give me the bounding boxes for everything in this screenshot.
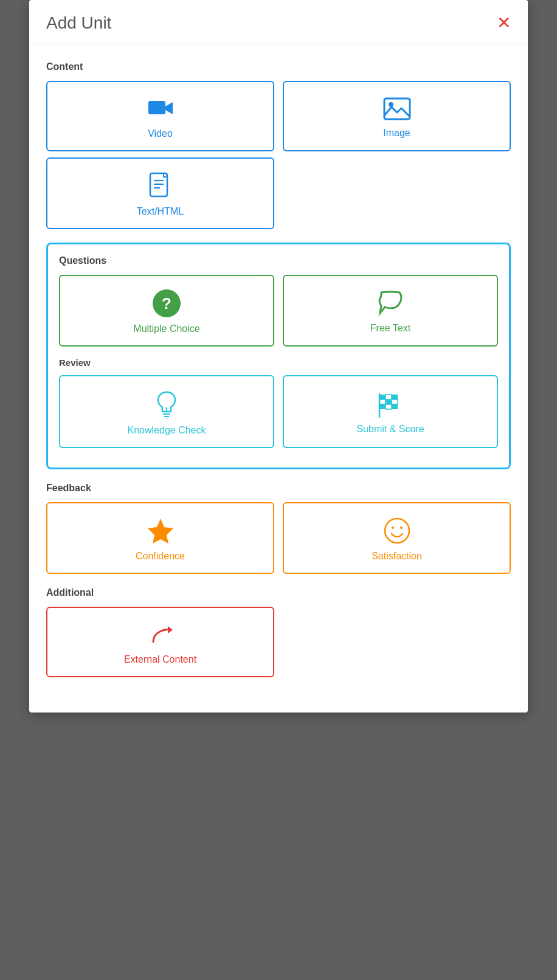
- feedback-cards-grid: Confidence Satisfaction: [46, 502, 511, 574]
- submit-score-label: Submit & Score: [356, 424, 424, 435]
- external-content-card[interactable]: External Content: [46, 607, 274, 677]
- add-unit-modal: Add Unit ✕ Content Video: [29, 0, 528, 713]
- knowledge-check-icon: [153, 390, 180, 419]
- close-button[interactable]: ✕: [497, 15, 511, 32]
- modal-header: Add Unit ✕: [29, 0, 528, 44]
- external-content-icon: [146, 621, 175, 648]
- multiple-choice-label: Multiple Choice: [133, 323, 199, 334]
- multiple-choice-card[interactable]: ? Multiple Choice: [59, 275, 274, 347]
- confidence-label: Confidence: [136, 551, 185, 562]
- satisfaction-icon: [383, 517, 411, 545]
- external-content-label: External Content: [124, 654, 196, 665]
- satisfaction-label: Satisfaction: [372, 551, 422, 562]
- knowledge-check-card[interactable]: Knowledge Check: [59, 375, 274, 448]
- modal-body: Content Video: [29, 44, 528, 713]
- svg-rect-16: [392, 395, 398, 399]
- svg-point-25: [392, 526, 394, 529]
- modal-title: Add Unit: [46, 13, 111, 33]
- svg-rect-20: [379, 404, 386, 409]
- svg-rect-15: [386, 395, 392, 399]
- texthtml-icon: [148, 172, 173, 200]
- multiple-choice-icon: ?: [153, 289, 181, 317]
- svg-marker-1: [165, 102, 173, 114]
- content-cards-grid: Video Image: [46, 81, 511, 151]
- knowledge-check-label: Knowledge Check: [128, 425, 206, 436]
- review-section-label: Review: [59, 357, 498, 368]
- free-text-icon: [376, 290, 404, 317]
- questions-section-label: Questions: [59, 255, 498, 266]
- svg-point-24: [385, 519, 409, 543]
- video-icon: [147, 95, 174, 122]
- free-text-label: Free Text: [370, 323, 410, 334]
- image-label: Image: [383, 128, 410, 139]
- questions-review-section: Questions ? Multiple Choice: [46, 243, 511, 469]
- modal-overlay: Add Unit ✕ Content Video: [0, 0, 557, 980]
- confidence-icon: [147, 517, 175, 545]
- svg-rect-22: [392, 404, 398, 409]
- submit-score-icon: [375, 391, 406, 418]
- content-section-label: Content: [46, 61, 511, 72]
- svg-rect-0: [148, 101, 165, 114]
- svg-point-3: [389, 102, 393, 107]
- video-card[interactable]: Video: [46, 81, 274, 151]
- questions-cards-grid: ? Multiple Choice Free Text: [59, 275, 498, 347]
- content-section: Content Video: [46, 61, 511, 229]
- image-icon: [382, 96, 412, 122]
- svg-rect-17: [379, 399, 386, 404]
- free-text-card[interactable]: Free Text: [283, 275, 498, 347]
- svg-point-12: [166, 418, 167, 419]
- review-cards-grid: Knowledge Check: [59, 375, 498, 448]
- texthtml-card[interactable]: Text/HTML: [46, 157, 274, 229]
- image-card[interactable]: Image: [283, 81, 511, 151]
- svg-marker-23: [148, 519, 173, 543]
- video-label: Video: [148, 128, 173, 139]
- feedback-section-label: Feedback: [46, 483, 511, 494]
- confidence-card[interactable]: Confidence: [46, 502, 274, 574]
- svg-point-26: [400, 526, 403, 529]
- texthtml-label: Text/HTML: [137, 206, 184, 217]
- svg-rect-19: [392, 399, 398, 404]
- svg-rect-18: [386, 399, 392, 404]
- submit-score-card[interactable]: Submit & Score: [283, 375, 498, 448]
- svg-marker-27: [168, 626, 173, 633]
- svg-rect-14: [379, 395, 386, 399]
- satisfaction-card[interactable]: Satisfaction: [283, 502, 511, 574]
- feedback-section: Feedback Confidence: [46, 483, 511, 574]
- svg-rect-2: [384, 98, 410, 119]
- additional-section-label: Additional: [46, 587, 511, 598]
- additional-section: Additional External Content: [46, 587, 511, 677]
- svg-rect-21: [386, 404, 392, 409]
